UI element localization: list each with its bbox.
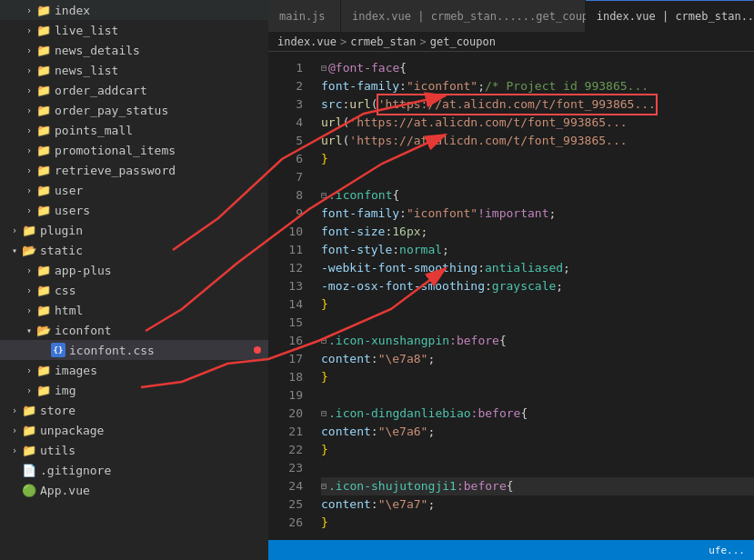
folder-icon: 📁 [22,224,36,237]
sidebar-item-app-plus[interactable]: ›📁app-plus [0,260,268,280]
file-explorer: ›📁index›📁live_list›📁news_details›📁news_l… [0,0,268,560]
tab-2[interactable]: index.vue | crmeb_stan... [586,0,754,32]
green-val-token: grayscale [492,277,556,295]
code-line: font-style: normal; [321,241,754,259]
text-token: : [371,495,378,514]
collapse-arrow-icon[interactable]: ⊟ [321,477,327,495]
line-number: 6 [268,150,303,168]
code-line: -webkit-font-smoothing: antialiased; [321,259,754,277]
sidebar-item-order_pay_status[interactable]: ›📁order_pay_status [0,100,268,120]
code-line: -moz-osx-font-smoothing: grayscale; [321,277,754,295]
line-number: 19 [268,386,303,405]
folder-icon: 📁 [22,444,36,457]
sidebar-item-promotional_items[interactable]: ›📁promotional_items [0,140,268,160]
code-area: 1234567891011121314151617181920212223242… [268,52,754,540]
sidebar-item-gitignore[interactable]: 📄.gitignore [0,460,268,480]
sidebar-item-utils[interactable]: ›📁utils [0,440,268,460]
sidebar-item-store[interactable]: ›📁store [0,400,268,420]
tab-0[interactable]: main.js [268,0,341,32]
line-number: 22 [268,441,303,459]
arrow-icon: › [7,405,22,415]
arrow-icon: › [22,25,36,35]
folder-icon: 📁 [36,64,51,77]
item-label: points_mall [55,124,133,137]
sidebar-item-plugin[interactable]: ›📁plugin [0,220,268,240]
item-label: static [40,244,83,257]
sidebar-item-index[interactable]: ›📁index [0,0,268,20]
text-token: ; [442,241,449,259]
arrow-icon: › [22,365,36,375]
pseudo-token: :before [457,477,507,495]
arrow-icon: › [22,165,36,175]
vue-file-icon: 🟢 [22,484,36,497]
sidebar-item-images[interactable]: ›📁images [0,360,268,380]
arrow-icon: › [22,5,36,15]
collapse-arrow-icon[interactable]: ⊟ [321,332,327,350]
code-line: content: "\e7a6"; [321,423,754,441]
sidebar-item-user[interactable]: ›📁user [0,180,268,200]
code-line: url('https://at.alicdn.com/t/font_993865… [321,114,754,132]
code-line [321,459,754,477]
code-line: src: url('https://at.alicdn.com/t/font_9… [321,95,754,114]
item-label: news_list [55,64,118,77]
text-token: { [520,405,528,423]
folder-icon: 📁 [36,184,51,197]
line-number: 14 [268,295,303,314]
status-text: ufe... [709,545,745,556]
line-number: 3 [268,95,303,114]
breadcrumb-item: get_coupon [430,35,496,48]
sidebar-item-unpackage[interactable]: ›📁unpackage [0,420,268,440]
sidebar-item-news_list[interactable]: ›📁news_list [0,60,268,80]
arrow-icon: › [22,265,36,275]
string-val-token: "iconfont" [407,205,478,223]
code-content[interactable]: ⊟@font-face { font-family: "iconfont"; /… [314,52,754,540]
text-token: : [371,423,378,441]
sidebar-item-news_details[interactable]: ›📁news_details [0,40,268,60]
sidebar-item-iconfont-css[interactable]: {}iconfont.css [0,340,268,360]
class-sel-token: .iconfont [328,186,392,205]
line-number: 20 [268,405,303,423]
text-token: : [385,223,392,241]
at-rule-token: @font-face [328,59,399,77]
code-line: content: "\e7a8"; [321,350,754,368]
line-number: 23 [268,459,303,477]
text-token: : [399,77,407,95]
text-token: ( [342,132,349,150]
sidebar-item-html[interactable]: ›📁html [0,300,268,320]
collapse-arrow-icon[interactable]: ⊟ [321,59,327,77]
sidebar-item-static[interactable]: ▾📂static [0,240,268,260]
sidebar-item-order_addcart[interactable]: ›📁order_addcart [0,80,268,100]
collapse-arrow-icon[interactable]: ⊟ [321,186,327,205]
sidebar-item-iconfont[interactable]: ▾📂iconfont [0,320,268,340]
sidebar-item-live_list[interactable]: ›📁live_list [0,20,268,40]
sidebar-item-img[interactable]: ›📁img [0,380,268,400]
sidebar-item-css[interactable]: ›📁css [0,280,268,300]
code-line: } [321,295,754,314]
arrow-icon: › [7,225,22,235]
arrow-icon: › [7,445,22,455]
folder-icon: 📂 [36,324,51,337]
code-line [321,314,754,332]
item-label: store [40,404,75,417]
line-number: 12 [268,259,303,277]
tab-1[interactable]: index.vue | crmeb_stan......get_coupon [341,0,586,32]
brace-token: } [321,368,328,386]
sidebar-item-users[interactable]: ›📁users [0,200,268,220]
sidebar-item-app-vue[interactable]: 🟢App.vue [0,480,268,500]
sidebar-item-points_mall[interactable]: ›📁points_mall [0,120,268,140]
arrow-icon: › [22,285,36,295]
brace-token: } [321,441,328,459]
text-token: ( [342,114,349,132]
folder-icon: 📁 [36,44,51,57]
text-token: : [371,350,378,368]
sidebar-item-retrieve_password[interactable]: ›📁retrieve_password [0,160,268,180]
line-number: 11 [268,241,303,259]
line-number: 17 [268,350,303,368]
collapse-arrow-icon[interactable]: ⊟ [321,405,327,423]
url-keyword-token: url [321,114,342,132]
item-label: user [55,184,83,197]
class-sel-token: .icon-xunshangpin [328,332,449,350]
arrow-icon: › [22,125,36,135]
text-token: ; [478,77,485,95]
folder-icon: 📁 [36,304,51,317]
